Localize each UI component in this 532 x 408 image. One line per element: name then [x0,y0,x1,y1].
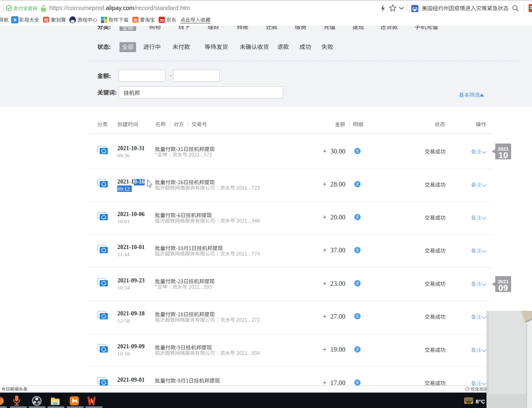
svg-text:+: + [323,148,327,155]
svg-text:2021-09-09: 2021-09-09 [117,343,144,350]
svg-text:+: + [323,181,327,188]
svg-text:https://consumeprod.alipay.com: https://consumeprod.alipay.com/record/st… [49,5,190,11]
svg-text:20.00: 20.00 [330,214,345,221]
svg-text:23.00: 23.00 [330,280,345,287]
svg-text:+: + [323,280,327,287]
svg-text:2021-09-18: 2021-09-18 [117,310,144,317]
svg-text:27.00: 27.00 [330,313,345,320]
svg-text:+: + [323,247,327,254]
svg-text:37.00: 37.00 [330,247,345,254]
svg-text:12:58: 12:58 [117,317,130,324]
svg-text:+: + [323,346,327,353]
svg-text:+: + [323,379,327,386]
svg-text:2021: 2021 [498,146,509,151]
svg-text:2021-10-31: 2021-10-31 [117,145,144,151]
svg-text:10:18: 10:18 [117,350,130,357]
svg-text:8°C: 8°C [476,398,485,405]
svg-text:2021: 2021 [498,279,509,284]
svg-text:2021-09-23: 2021-09-23 [117,277,144,284]
svg-text:+: + [323,313,327,320]
svg-text:10:34: 10:34 [117,285,130,291]
svg-text:+: + [323,214,327,221]
svg-text:09:36: 09:36 [117,152,130,159]
svg-text:2021-10-01: 2021-10-01 [117,244,144,250]
svg-text:2021-10-06: 2021-10-06 [117,211,144,217]
svg-text:0-16: 0-16 [134,179,145,185]
svg-text:10:01: 10:01 [117,218,130,224]
svg-text:2021-10-16: 2021-10-16 [117,179,144,185]
svg-text:JD: JD [160,18,165,23]
svg-text:30.00: 30.00 [330,148,345,155]
svg-text:2021-09-01: 2021-09-01 [117,377,144,383]
svg-text:28.00: 28.00 [330,181,345,188]
svg-text:09: 09 [498,283,508,292]
svg-text:11:44: 11:44 [117,251,130,257]
svg-text:19.00: 19.00 [330,346,345,353]
svg-text:09:12: 09:12 [117,186,130,192]
svg-text:10: 10 [498,150,508,160]
svg-text:17.00: 17.00 [330,379,345,386]
